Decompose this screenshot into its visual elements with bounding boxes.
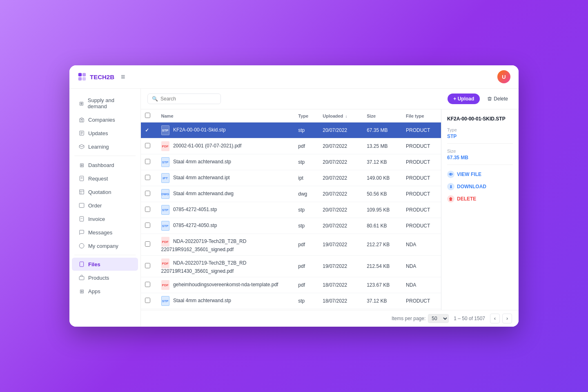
row-uploaded-cell: 18/07/2022 <box>318 293 363 309</box>
row-checkbox[interactable] <box>145 159 150 164</box>
select-all-checkbox[interactable] <box>145 113 150 118</box>
sidebar-item-order[interactable]: Order <box>72 199 138 212</box>
row-checkbox-cell[interactable] <box>141 234 157 256</box>
row-checkbox-cell[interactable] <box>141 138 157 154</box>
page-range: 1 – 50 of 1507 <box>454 316 485 321</box>
row-size-cell: 109.95 KB <box>363 202 402 218</box>
download-button[interactable]: ⬇ DOWNLOAD <box>447 182 513 191</box>
sidebar-item-supply-and-demand[interactable]: ⊞ Supply and demand <box>72 94 138 113</box>
row-checkbox-cell[interactable] <box>141 170 157 186</box>
row-type-cell: stp <box>294 154 318 170</box>
hamburger-button[interactable]: ≡ <box>121 73 125 81</box>
row-name-cell: STP 0785-4272-4051.stp <box>157 202 294 218</box>
size-header[interactable]: Size <box>363 109 402 122</box>
delete-icon: 🗑 <box>447 195 454 203</box>
detail-type-label: Type <box>447 127 513 132</box>
sidebar-item-companies[interactable]: Companies <box>72 113 138 126</box>
file-type-icon: PDF <box>161 237 169 247</box>
table-row[interactable]: IPT Staal 4mm achterwand.ipt ipt 20/07/2… <box>141 170 441 186</box>
view-icon: 👁 <box>447 171 454 178</box>
row-checkbox[interactable] <box>145 282 150 287</box>
svg-rect-3 <box>82 77 86 80</box>
user-avatar[interactable]: U <box>497 70 510 83</box>
table-row[interactable]: PDF 20002-61-001 (07-07-2021).pdf pdf 20… <box>141 138 441 154</box>
type-header[interactable]: Type <box>294 109 318 122</box>
detail-actions: 👁 VIEW FILE ⬇ DOWNLOAD 🗑 DELETE <box>447 170 513 203</box>
sidebar-item-messages[interactable]: Messages <box>72 226 138 239</box>
row-filetype-cell: PRODUCT <box>402 218 441 234</box>
table-row[interactable]: STP 0785-4272-4050.stp stp 20/07/2022 80… <box>141 218 441 234</box>
sidebar-item-my-company[interactable]: My company <box>72 239 138 252</box>
select-all-header[interactable] <box>141 109 157 122</box>
sidebar-item-updates[interactable]: Updates <box>72 127 138 140</box>
row-type-cell: dwg <box>294 186 318 202</box>
sidebar-item-products[interactable]: Products <box>72 271 138 284</box>
row-checkbox[interactable] <box>145 143 150 148</box>
sidebar-item-dashboard[interactable]: ⊞ Dashboard <box>72 158 138 172</box>
row-checkbox[interactable] <box>145 263 150 268</box>
row-checkbox[interactable] <box>145 175 150 180</box>
row-checkbox-cell[interactable] <box>141 186 157 202</box>
per-page-select[interactable]: 50 25 100 <box>428 314 449 323</box>
detail-delete-button[interactable]: 🗑 DELETE <box>447 194 513 203</box>
row-checkbox-cell[interactable] <box>141 218 157 234</box>
row-checkbox[interactable] <box>145 207 150 212</box>
row-checkbox-cell[interactable] <box>141 256 157 277</box>
row-checkbox-cell[interactable]: ✓ <box>141 122 157 138</box>
search-box: 🔍 <box>147 94 221 104</box>
logo-icon <box>78 72 87 81</box>
row-filename: geheimhoudingsovereenkomst-nda-template.… <box>173 282 278 287</box>
row-filename: Staal 4mm achterwand.stp <box>173 298 231 303</box>
table-row[interactable]: PDF NDA-20220719-Tech2B_T2B_RD 220719R91… <box>141 234 441 256</box>
name-header[interactable]: Name <box>157 109 294 122</box>
svg-rect-4 <box>80 119 84 122</box>
sidebar-item-learning[interactable]: Learning <box>72 140 138 153</box>
row-uploaded-cell: 19/07/2022 <box>318 256 363 277</box>
sidebar-item-apps[interactable]: ⊞ Apps <box>72 285 138 298</box>
table-row[interactable]: DWG Staal 4mm achterwand.dwg dwg 20/07/2… <box>141 186 441 202</box>
row-checkbox[interactable] <box>145 241 150 247</box>
prev-page-button[interactable]: ‹ <box>490 314 500 323</box>
row-checkbox-cell[interactable] <box>141 293 157 309</box>
sidebar-item-invoice[interactable]: Invoice <box>72 212 138 225</box>
row-name-cell: PDF geheimhoudingsovereenkomst-nda-templ… <box>157 277 294 293</box>
sidebar-item-request[interactable]: Request <box>72 172 138 185</box>
table-row[interactable]: STP Staal 4mm achterwand.stp stp 20/07/2… <box>141 154 441 170</box>
svg-rect-0 <box>78 73 82 76</box>
delete-button[interactable]: Delete <box>483 94 512 104</box>
row-filename: Staal 4mm achterwand.dwg <box>173 191 234 196</box>
row-size-cell: 212.54 KB <box>363 256 402 277</box>
row-checkbox[interactable] <box>145 191 150 196</box>
table-row[interactable]: ✓ STP KF2A-00-00-01-Skid.stp stp 20/07/2… <box>141 122 441 138</box>
svg-rect-1 <box>82 73 86 76</box>
search-input[interactable] <box>160 96 216 102</box>
files-icon <box>78 261 85 267</box>
row-filename: 0785-4272-4050.stp <box>173 223 217 228</box>
row-checkbox[interactable] <box>145 298 150 303</box>
upload-button[interactable]: + Upload <box>448 94 480 104</box>
row-checkbox-cell[interactable] <box>141 277 157 293</box>
next-page-button[interactable]: › <box>502 314 512 323</box>
row-filename: 0785-4272-4051.stp <box>173 207 217 212</box>
row-filetype-cell: NDA <box>402 277 441 293</box>
row-filetype-cell: PRODUCT <box>402 186 441 202</box>
view-file-button[interactable]: 👁 VIEW FILE <box>447 170 513 179</box>
row-checkbox-cell[interactable] <box>141 154 157 170</box>
table-row[interactable]: STP 0785-4272-4051.stp stp 20/07/2022 10… <box>141 202 441 218</box>
row-checkbox[interactable] <box>145 223 150 228</box>
table-row[interactable]: PDF NDA-20220719-Tech2B_T2B_RD 220719R14… <box>141 256 441 277</box>
file-type-icon: STP <box>161 157 169 167</box>
row-checkbox-cell[interactable] <box>141 202 157 218</box>
trash-icon <box>487 96 492 101</box>
filetype-header[interactable]: File type <box>402 109 441 122</box>
row-name-cell: DWG Staal 4mm achterwand.dwg <box>157 186 294 202</box>
sidebar-item-quotation[interactable]: Quotation <box>72 185 138 198</box>
table-row[interactable]: STP Staal 4mm achterwand.stp stp 18/07/2… <box>141 293 441 309</box>
table-row[interactable]: PDF geheimhoudingsovereenkomst-nda-templ… <box>141 277 441 293</box>
svg-point-15 <box>79 243 84 248</box>
sidebar-item-files[interactable]: Files <box>72 258 138 271</box>
download-icon: ⬇ <box>447 183 454 190</box>
detail-type-section: Type STP <box>447 127 513 144</box>
svg-rect-13 <box>80 216 83 221</box>
uploaded-header[interactable]: Uploaded ↓ <box>318 109 363 122</box>
